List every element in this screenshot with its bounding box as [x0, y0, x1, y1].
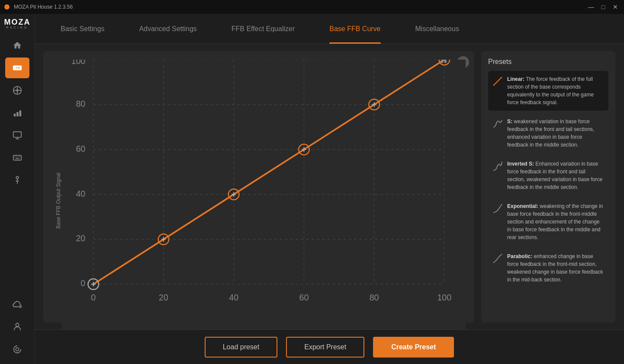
sidebar-item-keyboard[interactable] [5, 147, 29, 168]
svg-text:40: 40 [76, 189, 85, 198]
wheel-icon [13, 86, 22, 95]
sidebar: MOZA RACING [0, 14, 35, 364]
close-button[interactable]: ✕ [610, 3, 621, 11]
svg-point-2 [16, 89, 19, 92]
presets-panel: Presets Linear: The force feedback of th… [481, 51, 615, 322]
svg-rect-9 [19, 111, 21, 117]
svg-rect-61 [441, 60, 443, 63]
logo-text: MOZA [4, 18, 30, 26]
chart-wrapper: Base FFB Output Signal [52, 60, 466, 329]
load-preset-button[interactable]: Load preset [205, 337, 278, 358]
profile-icon [13, 322, 22, 332]
preset-item-exponential[interactable]: Exponential: weakening of the change in … [488, 198, 608, 246]
tab-miscellaneous[interactable]: Miscellaneous [398, 14, 476, 44]
preset-linear-text: Linear: The force feedback of the full s… [507, 75, 604, 106]
logo: MOZA RACING [4, 18, 30, 29]
svg-text:60: 60 [299, 292, 309, 302]
sidebar-item-shifter[interactable] [5, 170, 29, 191]
content-area: i Base FFB Output Signal [35, 44, 624, 329]
sidebar-item-cloud[interactable] [5, 294, 29, 315]
svg-text:80: 80 [76, 99, 85, 109]
linear-icon [492, 76, 503, 86]
minimize-button[interactable]: — [586, 3, 596, 11]
cloud-icon [13, 300, 22, 309]
exponential-icon [492, 203, 503, 214]
svg-rect-62 [444, 60, 447, 63]
preset-item-linear[interactable]: Linear: The force feedback of the full s… [488, 71, 608, 111]
racing-icon [13, 63, 22, 73]
chart-inner: 0 20 40 60 80 100 0 20 40 60 [61, 60, 466, 329]
chart-svg: 0 20 40 60 80 100 0 20 40 60 [61, 60, 466, 329]
svg-line-63 [493, 77, 502, 86]
tab-base-ffb-curve[interactable]: Base FFB Curve [312, 14, 398, 44]
preset-parabolic-text: Parabolic: enhanced change in base force… [507, 252, 604, 284]
svg-text:40: 40 [229, 292, 238, 302]
presets-title: Presets [488, 58, 608, 66]
titlebar-title: MOZA Pit House 1.2.3.56 [14, 4, 73, 10]
export-preset-button[interactable]: Export Preset [286, 337, 364, 358]
preset-exponential-text: Exponential: weakening of the change in … [507, 202, 604, 241]
app-icon [3, 3, 10, 10]
titlebar: MOZA Pit House 1.2.3.56 — □ ✕ [0, 0, 624, 14]
svg-rect-8 [16, 112, 19, 116]
sidebar-item-pedals[interactable] [5, 102, 29, 123]
svg-text:20: 20 [76, 233, 85, 243]
create-preset-button[interactable]: Create Preset [373, 337, 454, 358]
maximize-button[interactable]: □ [598, 3, 608, 11]
tab-advanced-settings[interactable]: Advanced Settings [122, 14, 214, 44]
pedals-icon [13, 108, 22, 118]
svg-text:0: 0 [80, 278, 85, 288]
preset-s-text: S: weakened variation in base force feed… [507, 118, 604, 149]
sidebar-item-home[interactable] [5, 35, 29, 56]
svg-rect-13 [13, 156, 21, 160]
svg-text:100: 100 [437, 292, 451, 302]
tabs: Basic Settings Advanced Settings FFB Eff… [35, 14, 624, 44]
svg-point-22 [16, 323, 19, 326]
monitor-icon [13, 131, 22, 140]
tab-ffb-effect-equalizer[interactable]: FFB Effect Equalizer [214, 14, 312, 44]
preset-item-s-curve[interactable]: S: weakened variation in base force feed… [488, 113, 608, 153]
titlebar-left: MOZA Pit House 1.2.3.56 [3, 3, 73, 10]
svg-text:80: 80 [370, 292, 379, 302]
app-layout: MOZA RACING [0, 14, 624, 364]
svg-point-19 [16, 176, 19, 179]
sidebar-item-wheel[interactable] [5, 80, 29, 101]
titlebar-controls: — □ ✕ [586, 3, 621, 11]
svg-rect-10 [13, 132, 21, 137]
home-icon [13, 41, 22, 50]
chart-svg-area: 0 20 40 60 80 100 0 20 40 60 [61, 60, 466, 329]
sidebar-item-monitor[interactable] [5, 125, 29, 146]
keyboard-icon [13, 153, 22, 163]
chart-panel: i Base FFB Output Signal [43, 51, 474, 322]
y-axis-label: Base FFB Output Signal [52, 60, 61, 329]
svg-rect-7 [13, 114, 16, 116]
tab-basic-settings[interactable]: Basic Settings [43, 14, 122, 44]
svg-point-23 [16, 348, 19, 351]
main-content: Basic Settings Advanced Settings FFB Eff… [35, 14, 624, 364]
preset-item-parabolic[interactable]: Parabolic: enhanced change in base force… [488, 248, 608, 288]
sidebar-item-support[interactable] [5, 339, 29, 360]
svg-text:60: 60 [76, 144, 85, 153]
preset-item-inverted-s[interactable]: Inverted S: Enhanced variation in base f… [488, 156, 608, 195]
shifter-icon [13, 176, 22, 185]
s-curve-icon [492, 118, 503, 129]
logo-sub: RACING [4, 26, 30, 29]
inverted-s-icon [492, 161, 503, 171]
sidebar-item-profile[interactable] [5, 316, 29, 337]
parabolic-icon [492, 253, 503, 264]
sidebar-item-racing[interactable] [5, 57, 29, 78]
bottom-bar: Load preset Export Preset Create Preset [35, 329, 624, 364]
svg-text:0: 0 [91, 292, 96, 302]
svg-text:100: 100 [71, 60, 86, 66]
preset-inverted-s-text: Inverted S: Enhanced variation in base f… [507, 160, 604, 191]
svg-point-0 [4, 4, 10, 10]
svg-text:20: 20 [159, 292, 168, 302]
support-icon [13, 345, 22, 354]
